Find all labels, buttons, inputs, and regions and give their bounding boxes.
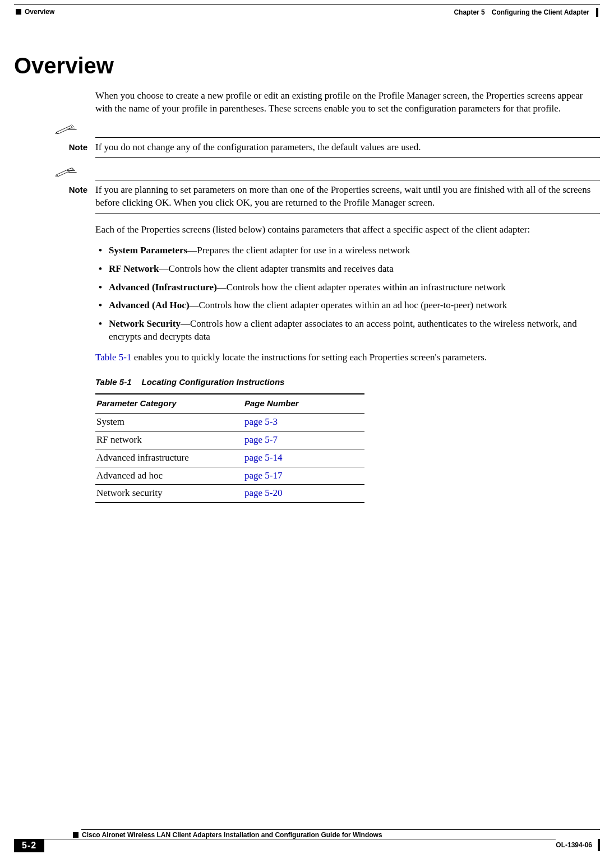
list-item-bold: System Parameters <box>109 245 187 256</box>
section-label: Overview <box>25 8 54 16</box>
table-cell-category: Network security <box>95 485 243 503</box>
table-row: Advanced infrastructure page 5-14 <box>95 449 364 467</box>
header-rule <box>14 4 600 5</box>
table-header-row: Parameter Category Page Number <box>95 394 364 413</box>
list-item: RF Network—Controls how the client adapt… <box>95 263 600 276</box>
note-text: If you do not change any of the configur… <box>95 141 600 154</box>
config-instructions-table: Parameter Category Page Number System pa… <box>95 393 364 503</box>
footer-spacer <box>44 839 556 852</box>
table-row: Network security page 5-20 <box>95 485 364 503</box>
table-cell-category: RF network <box>95 431 243 449</box>
note-text: If you are planning to set parameters on… <box>95 184 600 210</box>
table-cell-category: Advanced ad hoc <box>95 467 243 485</box>
list-item-bold: Advanced (Ad Hoc) <box>109 300 190 310</box>
table-cell-category: System <box>95 413 243 431</box>
list-item-bold: Advanced (Infrastructure) <box>109 282 217 293</box>
page-link[interactable]: page 5-14 <box>244 452 283 463</box>
list-item-rest: —Prepares the client adapter for use in … <box>187 245 410 256</box>
intro-paragraph: When you choose to create a new profile … <box>95 90 600 115</box>
table-caption: Table 5-1Locating Configuration Instruct… <box>95 377 600 388</box>
page-title: Overview <box>14 53 600 78</box>
note-rule-bottom <box>95 213 600 213</box>
page-link[interactable]: page 5-17 <box>244 470 283 481</box>
table-header-page: Page Number <box>243 394 364 413</box>
footer-doc-title: Cisco Aironet Wireless LAN Client Adapte… <box>82 831 382 839</box>
page-footer: Cisco Aironet Wireless LAN Client Adapte… <box>14 829 600 852</box>
list-item-rest: —Controls how the client adapter operate… <box>217 282 506 293</box>
table-row: RF network page 5-7 <box>95 431 364 449</box>
list-item-rest: —Controls how the client adapter operate… <box>190 300 507 310</box>
chapter-title: Configuring the Client Adapter <box>492 8 589 16</box>
table-cell-category: Advanced infrastructure <box>95 449 243 467</box>
page-number: 5-2 <box>14 839 44 852</box>
note-pencil-icon <box>54 124 600 136</box>
list-item: Network Security—Controls how a client a… <box>95 318 600 344</box>
table-title: Locating Configuration Instructions <box>141 377 284 387</box>
page-link[interactable]: page 5-3 <box>244 416 278 427</box>
header-section-right: Chapter 5 Configuring the Client Adapter <box>454 8 598 17</box>
note-label: Note <box>45 141 95 153</box>
note-rule-top <box>95 180 600 180</box>
table-row: System page 5-3 <box>95 413 364 431</box>
page-header: Overview Chapter 5 Configuring the Clien… <box>0 0 614 17</box>
table-xref-link[interactable]: Table 5-1 <box>95 352 131 363</box>
list-item: System Parameters—Prepares the client ad… <box>95 244 600 257</box>
xref-paragraph: Table 5-1 enables you to quickly locate … <box>95 351 600 364</box>
table-number: Table 5-1 <box>95 377 131 387</box>
table-header-category: Parameter Category <box>95 394 243 413</box>
footer-marker-icon <box>73 832 79 838</box>
section-marker-icon <box>16 9 21 15</box>
note-block-2: Note If you are planning to set paramete… <box>45 166 600 213</box>
document-id: OL-1394-06 <box>556 839 592 849</box>
chapter-number: Chapter 5 <box>454 8 484 16</box>
list-item-bold: Network Security <box>109 318 181 329</box>
xref-rest: enables you to quickly locate the instru… <box>131 352 487 363</box>
list-item-rest: —Controls how the client adapter transmi… <box>159 263 394 274</box>
note-label: Note <box>45 184 95 196</box>
doc-id-marker-icon <box>598 839 600 851</box>
page-link[interactable]: page 5-7 <box>244 434 278 445</box>
list-item: Advanced (Infrastructure)—Controls how t… <box>95 281 600 294</box>
note-rule-bottom <box>95 157 600 158</box>
header-section-left: Overview <box>16 8 54 16</box>
properties-bullet-list: System Parameters—Prepares the client ad… <box>95 244 600 344</box>
list-item-bold: RF Network <box>109 263 159 274</box>
note-rule-top <box>95 137 600 138</box>
table-row: Advanced ad hoc page 5-17 <box>95 467 364 485</box>
page-link[interactable]: page 5-20 <box>244 488 283 498</box>
footer-rule <box>81 829 600 830</box>
header-right-marker-icon <box>596 8 598 17</box>
list-item: Advanced (Ad Hoc)—Controls how the clien… <box>95 299 600 312</box>
paragraph-2: Each of the Properties screens (listed b… <box>95 224 600 236</box>
note-pencil-icon <box>54 166 600 179</box>
note-block-1: Note If you do not change any of the con… <box>45 124 600 158</box>
